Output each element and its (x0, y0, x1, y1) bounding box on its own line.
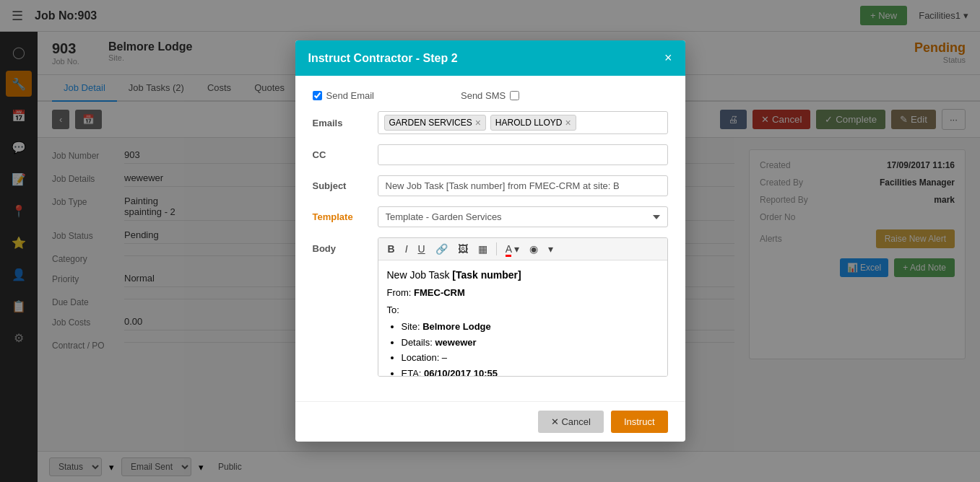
highlight-button[interactable]: ◉ (526, 241, 542, 257)
body-bullet4: ETA: 06/10/2017 10:55 (402, 367, 659, 377)
body-bullet3: Location: – (402, 351, 659, 365)
italic-button[interactable]: I (402, 241, 412, 257)
emails-input-wrap: GARDEN SERVICES × HAROLD LLOYD × (378, 111, 668, 134)
cc-row: CC (313, 144, 668, 165)
body-line2: From: FMEC-CRM (387, 286, 659, 300)
modal-header: Instruct Contractor - Step 2 × (295, 40, 685, 76)
image-button[interactable]: 🖼 (454, 241, 472, 257)
send-sms-group: Send SMS (461, 90, 519, 101)
modal-close-button[interactable]: × (664, 51, 672, 66)
cc-label: CC (313, 149, 370, 160)
template-select[interactable]: Template - Garden Services (378, 206, 668, 227)
underline-button[interactable]: U (415, 241, 429, 257)
modal-overlay: Instruct Contractor - Step 2 × Send Emai… (0, 0, 980, 482)
email-tag-harold-lloyd: HAROLD LLOYD × (490, 115, 576, 131)
body-list: Site: Belmore Lodge Details: wewewer Loc… (402, 320, 659, 376)
body-editor-wrap: B I U 🔗 🖼 ▦ A ▾ ◉ ▾ New Job Tas (378, 237, 668, 377)
highlight-dropdown[interactable]: ▾ (545, 241, 557, 257)
template-select-wrap: Template - Garden Services (378, 206, 668, 227)
emails-label: Emails (313, 118, 370, 128)
body-bullet1: Site: Belmore Lodge (402, 320, 659, 334)
cc-input-wrap (378, 144, 668, 165)
subject-label: Subject (313, 180, 370, 191)
remove-garden-services-icon[interactable]: × (475, 117, 481, 128)
subject-input-wrap (378, 175, 668, 196)
send-email-group: Send Email (313, 90, 374, 101)
editor-content[interactable]: New Job Task [Task number] From: FMEC-CR… (378, 260, 667, 376)
email-tag-garden-services: GARDEN SERVICES × (384, 115, 486, 131)
subject-row: Subject (313, 175, 668, 196)
subject-input[interactable] (378, 175, 668, 196)
font-color-button[interactable]: A ▾ (502, 241, 523, 257)
template-label: Template (313, 211, 370, 222)
send-email-checkbox[interactable] (313, 91, 322, 100)
bold-button[interactable]: B (384, 241, 399, 257)
send-sms-label: Send SMS (461, 90, 506, 101)
remove-harold-lloyd-icon[interactable]: × (565, 117, 571, 128)
template-row: Template Template - Garden Services (313, 206, 668, 227)
body-editor: B I U 🔗 🖼 ▦ A ▾ ◉ ▾ New Job Tas (378, 237, 668, 377)
modal-body: Send Email Send SMS Emails GARDEN SERVIC… (295, 76, 685, 401)
instruct-button[interactable]: Instruct (611, 411, 668, 433)
modal-title: Instruct Contractor - Step 2 (308, 52, 458, 65)
body-line3: To: (387, 303, 659, 317)
modal-footer: ✕ Cancel Instruct (295, 401, 685, 442)
toolbar-separator (496, 242, 497, 255)
instruct-contractor-modal: Instruct Contractor - Step 2 × Send Emai… (295, 40, 685, 442)
table-button[interactable]: ▦ (474, 241, 491, 257)
body-label: Body (313, 237, 370, 254)
editor-toolbar: B I U 🔗 🖼 ▦ A ▾ ◉ ▾ (378, 238, 667, 260)
email-tags-container[interactable]: GARDEN SERVICES × HAROLD LLOYD × (378, 111, 668, 134)
cc-input[interactable] (378, 144, 668, 165)
send-email-label: Send Email (326, 90, 374, 101)
send-sms-checkbox[interactable] (510, 91, 519, 100)
body-bullet2: Details: wewewer (402, 336, 659, 350)
cancel-modal-button[interactable]: ✕ Cancel (538, 411, 604, 433)
body-line1: New Job Task [Task number] (387, 268, 659, 283)
body-row: Body B I U 🔗 🖼 ▦ A ▾ ◉ ▾ (313, 237, 668, 377)
link-button[interactable]: 🔗 (432, 241, 451, 257)
send-options-row: Send Email Send SMS (313, 90, 668, 101)
emails-row: Emails GARDEN SERVICES × HAROLD LLOYD × (313, 111, 668, 134)
